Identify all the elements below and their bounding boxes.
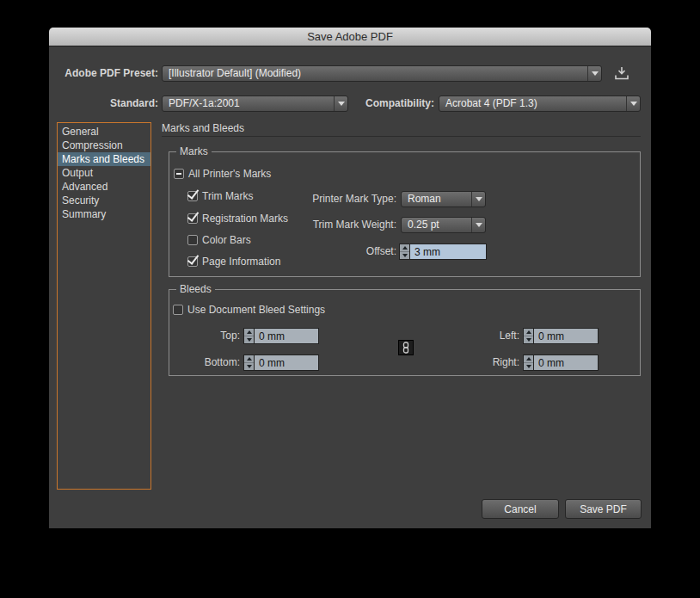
stepper-down-icon[interactable] <box>244 363 254 370</box>
use-document-bleed-checkbox[interactable] <box>173 305 183 315</box>
dialog-title: Save Adobe PDF <box>307 30 393 43</box>
use-document-bleed-label[interactable]: Use Document Bleed Settings <box>187 302 325 318</box>
compatibility-label: Compatibility: <box>357 96 434 112</box>
title-divider <box>162 136 641 137</box>
save-preset-icon[interactable] <box>612 65 631 82</box>
sidebar-item-security[interactable]: Security <box>58 194 150 207</box>
right-bleed-stepper[interactable] <box>523 354 533 371</box>
save-adobe-pdf-dialog: Save Adobe PDF Adobe PDF Preset: [Illust… <box>49 28 651 528</box>
left-bleed-stepper[interactable] <box>523 328 533 344</box>
link-icon <box>402 342 410 354</box>
stepper-down-icon[interactable] <box>524 363 533 370</box>
trim-marks-label[interactable]: Trim Marks <box>202 188 254 205</box>
trim-mark-weight-label: Trim Mark Weight: <box>273 217 396 233</box>
preset-label: Adobe PDF Preset: <box>54 65 158 82</box>
color-bars-checkbox[interactable] <box>187 235 198 245</box>
stepper-down-icon[interactable] <box>244 336 254 343</box>
top-bleed-input[interactable] <box>254 328 319 344</box>
chevron-down-icon <box>587 66 601 81</box>
right-bleed-input[interactable] <box>533 354 599 371</box>
offset-stepper[interactable] <box>399 244 409 260</box>
bleeds-group-title: Bleeds <box>176 283 215 295</box>
registration-marks-checkbox[interactable] <box>187 213 198 224</box>
sidebar-item-label: Advanced <box>62 181 107 193</box>
sidebar-item-label: Marks and Bleeds <box>62 153 144 165</box>
sidebar-item-advanced[interactable]: Advanced <box>58 180 150 194</box>
sidebar-item-marks-and-bleeds[interactable]: Marks and Bleeds <box>58 152 150 166</box>
sidebar-item-label: General <box>62 126 99 138</box>
sidebar-item-compression[interactable]: Compression <box>58 139 150 152</box>
save-pdf-button-label: Save PDF <box>580 503 627 515</box>
left-bleed-label: Left: <box>453 328 519 344</box>
all-printers-marks-label[interactable]: All Printer's Marks <box>188 166 271 182</box>
offset-label: Offset: <box>307 244 396 260</box>
chevron-down-icon <box>334 96 347 111</box>
chevron-down-icon <box>471 218 485 232</box>
bottom-bleed-label: Bottom: <box>174 354 240 371</box>
page-title: Marks and Bleeds <box>162 122 244 134</box>
sidebar-item-output[interactable]: Output <box>58 166 150 180</box>
marks-group: Marks All Printer's Marks Trim Marks Reg… <box>169 151 641 277</box>
compatibility-dropdown[interactable]: Acrobat 4 (PDF 1.3) <box>439 96 641 112</box>
marks-group-title: Marks <box>176 145 212 157</box>
sidebar-item-label: Output <box>62 167 93 179</box>
stepper-down-icon[interactable] <box>400 252 409 259</box>
chevron-down-icon <box>626 96 640 111</box>
dialog-titlebar: Save Adobe PDF <box>49 28 651 46</box>
standard-dropdown[interactable]: PDF/X-1a:2001 <box>162 96 348 112</box>
sidebar-item-label: Summary <box>62 208 106 220</box>
standard-value: PDF/X-1a:2001 <box>169 97 240 109</box>
color-bars-label[interactable]: Color Bars <box>202 232 251 249</box>
cancel-button[interactable]: Cancel <box>482 499 559 519</box>
stepper-up-icon[interactable] <box>524 329 533 336</box>
link-bleeds-toggle[interactable] <box>398 340 414 355</box>
stepper-up-icon[interactable] <box>524 355 533 363</box>
top-bleed-label: Top: <box>174 328 240 344</box>
bottom-bleed-input[interactable] <box>254 354 319 371</box>
stepper-up-icon[interactable] <box>244 329 254 336</box>
settings-category-list: General Compression Marks and Bleeds Out… <box>57 122 151 490</box>
sidebar-item-general[interactable]: General <box>58 125 150 139</box>
page-information-label[interactable]: Page Information <box>202 254 280 270</box>
compatibility-value: Acrobat 4 (PDF 1.3) <box>445 97 537 109</box>
stepper-up-icon[interactable] <box>244 355 254 363</box>
standard-label: Standard: <box>54 96 158 112</box>
printer-mark-type-dropdown[interactable]: Roman <box>401 191 486 207</box>
chevron-down-icon <box>471 192 485 207</box>
sidebar-item-label: Compression <box>62 139 123 151</box>
top-bleed-stepper[interactable] <box>243 328 254 344</box>
page-information-checkbox[interactable] <box>187 256 198 267</box>
printer-mark-type-label: Printer Mark Type: <box>273 191 396 207</box>
save-pdf-button[interactable]: Save PDF <box>565 499 642 519</box>
preset-dropdown[interactable]: [Illustrator Default] (Modified) <box>162 65 602 82</box>
cancel-button-label: Cancel <box>504 503 536 515</box>
trim-mark-weight-dropdown[interactable]: 0.25 pt <box>401 217 486 233</box>
sidebar-item-label: Security <box>62 194 99 207</box>
stepper-down-icon[interactable] <box>524 336 533 343</box>
trim-mark-weight-value: 0.25 pt <box>408 219 439 231</box>
printer-mark-type-value: Roman <box>408 193 441 205</box>
left-bleed-input[interactable] <box>533 328 599 344</box>
bleeds-group: Bleeds Use Document Bleed Settings Top: … <box>169 289 641 376</box>
stepper-up-icon[interactable] <box>400 244 409 252</box>
sidebar-item-summary[interactable]: Summary <box>58 207 150 221</box>
bottom-bleed-stepper[interactable] <box>243 354 254 371</box>
trim-marks-checkbox[interactable] <box>187 191 198 201</box>
preset-value: [Illustrator Default] (Modified) <box>169 67 301 79</box>
all-printers-marks-checkbox[interactable] <box>174 169 184 179</box>
right-bleed-label: Right: <box>453 354 519 371</box>
offset-input[interactable] <box>409 244 487 260</box>
